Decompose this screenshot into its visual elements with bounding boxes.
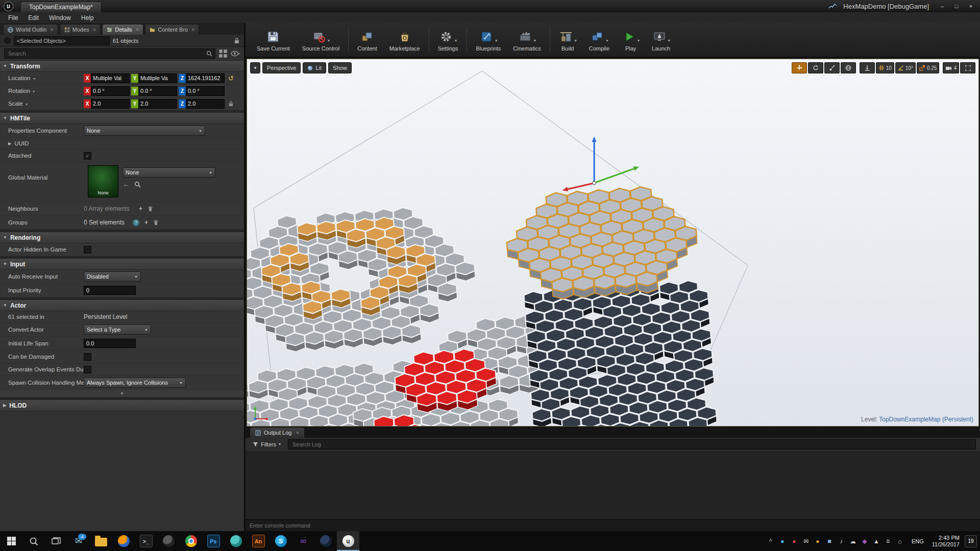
action-center-button[interactable]: 19 <box>965 535 977 547</box>
grid-snap-button[interactable]: 10 <box>876 62 894 73</box>
show-flags-button[interactable]: Show <box>328 62 352 73</box>
properties-component-dropdown[interactable]: None ▼ <box>84 126 205 136</box>
viewport[interactable]: ▼ Perspective Lit Show <box>247 59 979 427</box>
close-button[interactable]: × <box>964 1 978 11</box>
start-button[interactable] <box>0 531 22 551</box>
log-messages-area[interactable] <box>246 451 980 520</box>
console-command-input[interactable] <box>246 522 980 529</box>
eye-icon[interactable] <box>231 49 240 58</box>
taskbar-app-visual-studio[interactable]: ∞ <box>292 531 314 551</box>
tab-content-browser[interactable]: Content Bro × <box>145 24 199 35</box>
actor-hidden-checkbox[interactable] <box>84 246 91 254</box>
maximize-button[interactable]: □ <box>949 1 964 11</box>
location-label[interactable]: Location▼ <box>8 75 84 81</box>
launch-button[interactable]: ▾ Launch <box>646 27 676 53</box>
taskbar-app-teal-app[interactable] <box>225 531 247 551</box>
close-icon[interactable]: × <box>50 27 53 33</box>
section-actor[interactable]: ▼ Actor <box>0 299 244 311</box>
save-current-button[interactable]: Save Current <box>251 27 296 53</box>
taskbar-clock[interactable]: 2:43 PM 11/26/2017 <box>927 535 965 548</box>
location-x-field[interactable]: Multiple Val <box>91 73 130 83</box>
convert-actor-dropdown[interactable]: Select a Type ▼ <box>84 324 151 335</box>
build-button[interactable]: ▾ Build <box>553 27 583 53</box>
task-view-button[interactable] <box>45 531 67 551</box>
menu-help[interactable]: Help <box>76 13 99 23</box>
marketplace-button[interactable]: Marketplace <box>383 27 426 53</box>
view-options-grid-icon[interactable] <box>218 49 228 58</box>
taskbar-app-skype[interactable]: S <box>270 531 292 551</box>
scale-lock-icon[interactable] <box>228 101 234 107</box>
section-rendering[interactable]: ▼ Rendering <box>0 232 244 243</box>
add-element-icon[interactable]: + <box>139 205 142 212</box>
viewport-options-button[interactable]: ▼ <box>250 62 260 73</box>
settings-button[interactable]: ▾ Settings <box>432 27 464 53</box>
life-span-field[interactable] <box>84 339 136 348</box>
taskbar-app-unreal[interactable]: u <box>337 531 359 551</box>
tray-home-icon[interactable]: ⌂ <box>896 538 903 545</box>
input-priority-field[interactable] <box>84 286 136 295</box>
tray-mail-icon[interactable]: ✉ <box>802 538 810 545</box>
use-selected-asset-icon[interactable]: ← <box>122 181 129 188</box>
can-be-damaged-checkbox[interactable] <box>84 353 91 361</box>
close-icon[interactable]: × <box>296 430 299 436</box>
rotation-label[interactable]: Rotation▼ <box>8 88 84 94</box>
content-button[interactable]: Content <box>351 27 383 53</box>
filters-button[interactable]: Filters ▾ <box>250 440 284 448</box>
location-z-field[interactable]: 1624.191162 <box>186 73 225 83</box>
minimize-button[interactable]: – <box>935 1 949 11</box>
attached-checkbox[interactable]: ✓ <box>84 152 91 160</box>
tray-app-purple-icon[interactable]: ◆ <box>861 538 868 545</box>
taskbar-app-obs[interactable] <box>157 531 180 551</box>
selection-filter-icon[interactable] <box>4 37 11 44</box>
location-y-field[interactable]: Multiple Va <box>138 73 177 83</box>
tray-display-icon[interactable]: ■ <box>826 538 833 545</box>
trash-icon[interactable] <box>153 219 159 226</box>
taskbar-app-steam[interactable] <box>314 531 337 551</box>
compile-button[interactable]: ▾ Compile <box>583 27 616 53</box>
tray-network-icon[interactable]: ▲ <box>873 538 880 545</box>
scale-tool-button[interactable] <box>824 62 840 73</box>
rotation-x-field[interactable]: 0.0 ° <box>91 86 130 96</box>
blueprints-button[interactable]: ▾ Blueprints <box>470 27 507 53</box>
lit-mode-button[interactable]: Lit <box>303 62 326 73</box>
scale-label[interactable]: Scale▼ <box>8 101 84 107</box>
overlap-events-checkbox[interactable] <box>84 366 91 373</box>
tray-volume-icon[interactable]: ¤ <box>885 538 892 545</box>
surface-snap-button[interactable] <box>860 62 875 73</box>
tray-chevron-icon[interactable]: ^ <box>767 538 774 545</box>
tab-modes[interactable]: Modes × <box>60 24 101 35</box>
play-button[interactable]: ▾ Play <box>616 27 646 53</box>
row-uuid[interactable]: ▶ UUID <box>0 138 244 149</box>
scale-x-field[interactable]: 2.0 <box>91 99 130 109</box>
taskbar-app-explorer[interactable] <box>90 531 112 551</box>
source-control-button[interactable]: ▾ Source Control <box>296 27 346 53</box>
cinematics-button[interactable]: ▾ Cinematics <box>507 27 547 53</box>
menu-window[interactable]: Window <box>44 13 76 23</box>
selected-objects-dropdown[interactable]: <Selected Objects> <box>14 36 110 45</box>
language-indicator[interactable]: ENG <box>909 538 927 544</box>
help-icon[interactable]: ? <box>133 219 139 226</box>
log-search-box[interactable] <box>288 439 976 449</box>
log-search-input[interactable] <box>291 441 972 448</box>
tab-details[interactable]: Details × <box>102 24 143 35</box>
taskbar-app-photoshop[interactable]: Ps <box>202 531 225 551</box>
menu-edit[interactable]: Edit <box>23 13 44 23</box>
trash-icon[interactable] <box>148 206 153 212</box>
lock-icon[interactable] <box>234 37 240 44</box>
tray-app-red-icon[interactable]: ● <box>791 538 798 545</box>
auto-receive-dropdown[interactable]: Disabled ▼ <box>84 271 141 282</box>
level-name-link[interactable]: TopDownExampleMap (Persistent) <box>879 416 973 423</box>
taskbar-app-chrome[interactable] <box>180 531 202 551</box>
section-hmtile[interactable]: ▼ HMTile <box>0 112 244 124</box>
world-space-toggle[interactable] <box>841 62 856 73</box>
perspective-button[interactable]: Perspective <box>262 62 301 73</box>
browse-to-asset-icon[interactable] <box>134 181 141 188</box>
tray-app-blue-icon[interactable]: ● <box>779 538 786 545</box>
section-hlod[interactable]: ▶ HLOD <box>0 399 244 411</box>
advanced-expander[interactable]: ▼ <box>0 390 244 397</box>
tray-app-orange-icon[interactable]: ● <box>814 538 821 545</box>
close-icon[interactable]: × <box>93 27 96 33</box>
taskbar-app-firefox[interactable] <box>112 531 135 551</box>
material-thumbnail[interactable]: None <box>88 165 118 197</box>
level-tab[interactable]: TopDownExampleMap* <box>20 2 102 12</box>
